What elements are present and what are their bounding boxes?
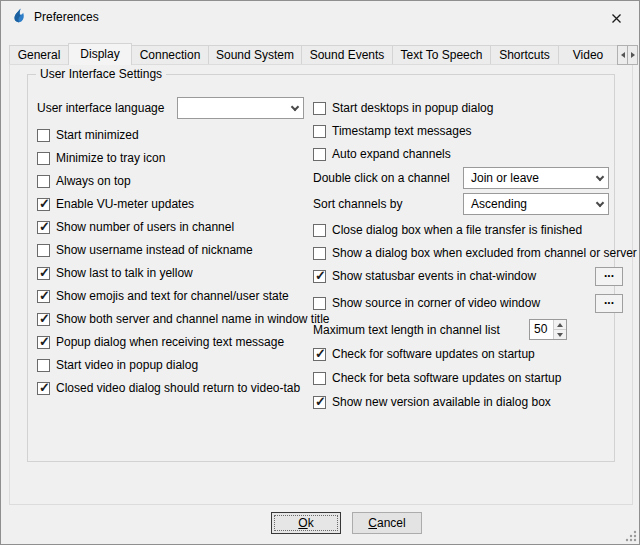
spinbox-value[interactable]: 50	[530, 320, 553, 339]
tab-display[interactable]: Display	[68, 43, 132, 65]
checkbox-box[interactable]	[313, 148, 326, 161]
checkbox-box[interactable]	[313, 247, 326, 260]
checkbox-excluded-dialog[interactable]: Show a dialog box when excluded from cha…	[313, 244, 635, 262]
max-text-length-spinbox[interactable]: 50	[529, 319, 567, 340]
checkbox-label: Auto expand channels	[332, 147, 451, 161]
checkbox-box[interactable]	[37, 129, 50, 142]
checkbox-statusbar-events[interactable]: Show statusbar events in chat-window ...	[313, 267, 635, 285]
checkbox-box[interactable]	[37, 359, 50, 372]
checkbox-show-username[interactable]: Show username instead of nickname	[37, 241, 337, 259]
group-title: User Interface Settings	[36, 67, 166, 81]
double-click-row: Double click on a channel Join or leave	[313, 167, 635, 189]
sort-channels-combobox[interactable]: Ascending	[463, 193, 609, 215]
checkbox-box[interactable]	[37, 198, 50, 211]
checkbox-box[interactable]	[37, 152, 50, 165]
checkbox-label: Timestamp text messages	[332, 124, 472, 138]
checkbox-label: Close dialog box when a file transfer is…	[332, 223, 582, 237]
checkbox-start-minimized[interactable]: Start minimized	[37, 126, 337, 144]
checkbox-box[interactable]	[37, 313, 50, 326]
tab-connection[interactable]: Connection	[131, 45, 209, 64]
checkbox-label: Check for beta software updates on start…	[332, 371, 561, 385]
checkbox-box[interactable]	[313, 297, 326, 310]
checkbox-box[interactable]	[37, 221, 50, 234]
max-text-length-row: Maximum text length in channel list 50	[313, 319, 635, 340]
tab-video[interactable]: Video	[558, 45, 618, 64]
tab-sound-events[interactable]: Sound Events	[301, 45, 393, 64]
checkbox-label: Show statusbar events in chat-window	[332, 269, 536, 283]
chevron-up-icon	[557, 323, 563, 327]
checkbox-desktops-popup[interactable]: Start desktops in popup dialog	[313, 99, 635, 117]
checkbox-box[interactable]	[37, 382, 50, 395]
checkbox-vu-meter-updates[interactable]: Enable VU-meter updates	[37, 195, 337, 213]
spinbox-buttons	[553, 320, 566, 339]
checkbox-last-talk-yellow[interactable]: Show last to talk in yellow	[37, 264, 337, 282]
checkbox-server-channel-title[interactable]: Show both server and channel name in win…	[37, 310, 337, 328]
tab-scroll-right-button[interactable]	[627, 45, 638, 65]
checkbox-box[interactable]	[313, 125, 326, 138]
checkbox-label: Show last to talk in yellow	[56, 266, 193, 280]
checkbox-show-user-count[interactable]: Show number of users in channel	[37, 218, 337, 236]
language-combobox[interactable]	[177, 97, 304, 119]
checkbox-box[interactable]	[313, 396, 326, 409]
statusbar-events-more-button[interactable]: ...	[595, 267, 623, 286]
checkbox-video-popup[interactable]: Start video in popup dialog	[37, 356, 337, 374]
checkbox-label: Start video in popup dialog	[56, 358, 198, 372]
checkbox-box[interactable]	[37, 267, 50, 280]
max-text-length-label: Maximum text length in channel list	[313, 323, 500, 337]
ok-button[interactable]: Ok	[271, 512, 341, 534]
spin-down-button[interactable]	[554, 330, 566, 339]
tab-sound-system[interactable]: Sound System	[208, 45, 302, 64]
checkbox-video-source-corner[interactable]: Show source in corner of video window ..…	[313, 294, 635, 312]
checkbox-box[interactable]	[313, 102, 326, 115]
checkbox-minimize-to-tray[interactable]: Minimize to tray icon	[37, 149, 337, 167]
checkbox-box[interactable]	[37, 336, 50, 349]
checkbox-label: Show source in corner of video window	[332, 296, 540, 310]
arrow-left-icon	[621, 52, 625, 58]
double-click-combobox[interactable]: Join or leave	[463, 167, 609, 189]
checkbox-label: Show both server and channel name in win…	[56, 312, 330, 326]
checkbox-auto-expand-channels[interactable]: Auto expand channels	[313, 145, 635, 163]
checkbox-box[interactable]	[37, 175, 50, 188]
chevron-down-icon	[557, 333, 563, 337]
checkbox-label: Always on top	[56, 174, 131, 188]
checkbox-always-on-top[interactable]: Always on top	[37, 172, 337, 190]
resize-grip-icon[interactable]	[624, 529, 637, 542]
chevron-down-icon	[286, 98, 303, 118]
checkbox-popup-text-message[interactable]: Popup dialog when receiving text message	[37, 333, 337, 351]
checkbox-label: Closed video dialog should return to vid…	[56, 381, 300, 395]
checkbox-label: Start minimized	[56, 128, 139, 142]
checkbox-box[interactable]	[37, 290, 50, 303]
close-button[interactable]	[605, 9, 627, 27]
checkbox-software-updates[interactable]: Check for software updates on startup	[313, 345, 635, 363]
language-label: User interface language	[37, 101, 164, 115]
tab-general[interactable]: General	[9, 45, 69, 64]
sort-channels-label: Sort channels by	[313, 197, 402, 211]
sort-channels-row: Sort channels by Ascending	[313, 193, 635, 215]
checkbox-video-return-tab[interactable]: Closed video dialog should return to vid…	[37, 379, 337, 397]
checkbox-box[interactable]	[313, 372, 326, 385]
window-title: Preferences	[34, 10, 99, 24]
tab-scroll-control	[618, 45, 638, 65]
checkbox-box[interactable]	[313, 348, 326, 361]
checkbox-new-version-dialog[interactable]: Show new version available in dialog box	[313, 393, 635, 411]
checkbox-label: Show new version available in dialog box	[332, 395, 551, 409]
spin-up-button[interactable]	[554, 320, 566, 330]
chevron-down-icon	[591, 194, 608, 214]
video-source-more-button[interactable]: ...	[595, 294, 623, 313]
double-click-label: Double click on a channel	[313, 171, 450, 185]
checkbox-box[interactable]	[313, 270, 326, 283]
checkbox-box[interactable]	[37, 244, 50, 257]
checkbox-label: Popup dialog when receiving text message	[56, 335, 284, 349]
checkbox-emojis-text-state[interactable]: Show emojis and text for channel/user st…	[37, 287, 337, 305]
checkbox-close-on-transfer[interactable]: Close dialog box when a file transfer is…	[313, 221, 635, 239]
cancel-button[interactable]: Cancel	[352, 512, 422, 534]
checkbox-timestamp-messages[interactable]: Timestamp text messages	[313, 122, 635, 140]
checkbox-label: Show number of users in channel	[56, 220, 234, 234]
checkbox-beta-updates[interactable]: Check for beta software updates on start…	[313, 369, 635, 387]
tab-text-to-speech[interactable]: Text To Speech	[392, 45, 491, 64]
tab-shortcuts[interactable]: Shortcuts	[490, 45, 559, 64]
right-column: Start desktops in popup dialog Timestamp…	[313, 97, 635, 417]
checkbox-box[interactable]	[313, 224, 326, 237]
checkbox-label: Show username instead of nickname	[56, 243, 253, 257]
close-icon	[611, 13, 622, 24]
